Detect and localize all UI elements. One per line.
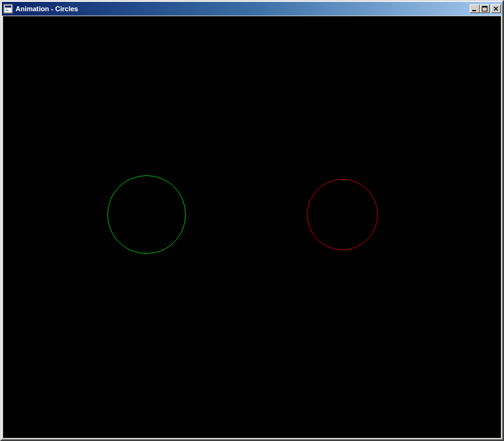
svg-rect-5	[472, 10, 476, 11]
svg-rect-3	[6, 9, 7, 9]
titlebar[interactable]: Animation - Circles	[2, 2, 502, 16]
circle-0	[107, 175, 186, 254]
canvas-area	[3, 16, 501, 438]
window-controls	[470, 4, 501, 13]
app-icon	[3, 4, 13, 14]
svg-rect-7	[482, 6, 487, 7]
window-inner: Animation - Circles	[1, 1, 503, 440]
minimize-button[interactable]	[470, 4, 480, 13]
close-button[interactable]	[491, 4, 501, 13]
application-window: Animation - Circles	[0, 0, 504, 441]
maximize-button[interactable]	[480, 4, 490, 13]
svg-rect-1	[5, 6, 11, 7]
window-title: Animation - Circles	[16, 5, 470, 12]
svg-rect-4	[6, 10, 9, 11]
circle-1	[307, 179, 378, 250]
